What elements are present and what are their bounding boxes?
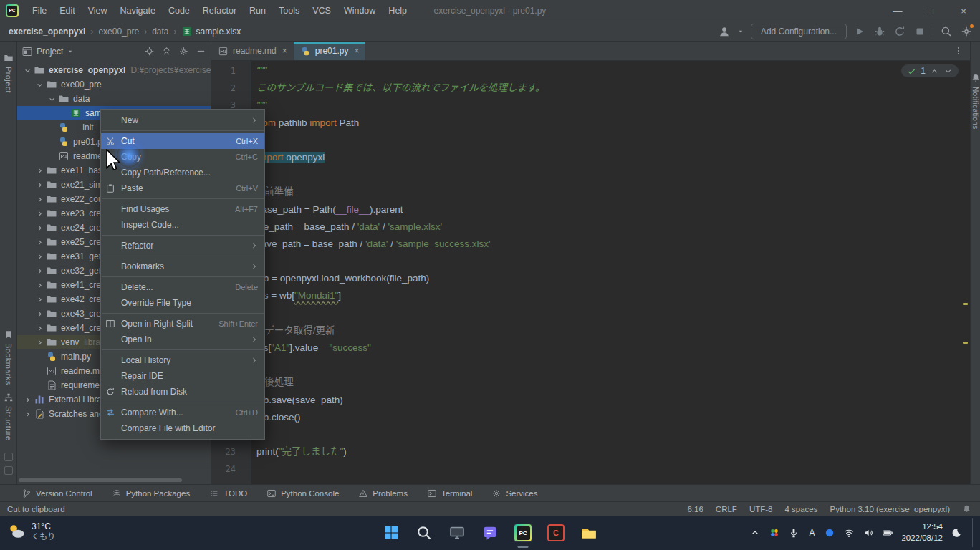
toolwindow-python-console[interactable]: Python Console [266,488,339,498]
menu-window[interactable]: Window [337,3,382,19]
toolwindow-button-project[interactable]: Project [4,53,14,93]
coverage-button[interactable] [893,25,906,38]
chevron-right-icon[interactable] [35,324,44,333]
menu-item-delete[interactable]: Delete...Delete [101,279,264,295]
volume-icon[interactable] [863,527,874,539]
search-button[interactable] [940,25,953,38]
menu-item-refactor[interactable]: Refactor [101,238,264,254]
chevron-down-icon[interactable] [23,66,32,75]
menu-view[interactable]: View [82,3,114,19]
indent-style[interactable]: 4 spaces [784,505,817,513]
close-tab-button[interactable]: × [354,46,359,56]
blue-app-icon[interactable] [824,527,835,539]
clock[interactable]: 12:542022/08/12 [901,521,943,544]
maximize-button[interactable]: □ [914,0,947,21]
chevron-right-icon[interactable] [35,295,44,304]
start-taskbar-button[interactable] [382,524,400,542]
menu-vcs[interactable]: VCS [306,3,337,19]
toolwindow-button-bookmarks[interactable]: Bookmarks [4,329,14,385]
menu-item-inspect-code[interactable]: Inspect Code... [101,217,264,233]
menu-run[interactable]: Run [243,3,272,19]
toolwindow-version-control[interactable]: Version Control [21,488,92,498]
menu-item-bookmarks[interactable]: Bookmarks [101,259,264,274]
settings-button[interactable] [178,46,189,57]
tree-item-exercise-openpyxl[interactable]: exercise_openpyxlD:¥projects¥exercise_op [17,63,211,77]
menu-file[interactable]: File [26,3,53,19]
file-encoding[interactable]: UTF-8 [749,505,773,513]
close-button[interactable]: × [947,0,980,21]
breadcrumb-exe00-pre[interactable]: exe00_pre [98,26,139,37]
toolwindow-todo[interactable]: TODO [209,488,247,498]
moon-icon[interactable] [951,527,962,539]
expand-icon[interactable] [749,527,761,539]
chevron-right-icon[interactable] [35,166,44,175]
menu-help[interactable]: Help [382,3,413,19]
horizontal-scrollbar[interactable] [19,478,182,482]
debug-button[interactable] [873,25,886,38]
add-configuration-button[interactable]: Add Configuration... [751,24,847,39]
editor-body[interactable]: 1"""2このサンプルコード集では、以下の流れでファイルを処理します。3"""4… [211,61,970,484]
chat-taskbar-button[interactable] [481,524,499,542]
close-tab-button[interactable]: × [282,46,287,56]
line-separator[interactable]: CRLF [716,505,737,513]
editor-options-kebab-icon[interactable] [953,42,970,60]
weather-widget[interactable]: 31°C くもり [7,521,55,542]
menu-item-paste[interactable]: PasteCtrl+V [101,180,264,196]
run-button[interactable] [853,25,866,38]
menu-item-open-in[interactable]: Open In [101,332,264,347]
breadcrumb-exercise-openpyxl[interactable]: exercise_openpyxl [9,26,85,37]
toolwindow-services[interactable]: Services [491,488,537,498]
chevron-right-icon[interactable] [35,195,44,204]
chevron-down-icon[interactable] [47,95,57,104]
menu-refactor[interactable]: Refactor [196,3,243,19]
chevron-down-icon[interactable] [67,48,74,55]
chevron-down-icon[interactable] [35,80,44,90]
error-stripe-mark[interactable] [963,342,968,344]
menu-item-new[interactable]: New [101,112,264,128]
microphone-icon[interactable] [788,527,799,539]
clion-taskbar-button[interactable]: C [547,524,565,542]
search-taskbar-button[interactable] [415,524,433,542]
chevron-down-icon[interactable] [943,67,953,76]
project-panel-title[interactable]: Project [37,47,63,57]
tab-readme-md[interactable]: readme.md× [211,42,294,60]
menu-item-compare-with[interactable]: Compare With...Ctrl+D [101,405,264,420]
toolwindow-python-packages[interactable]: Python Packages [112,488,191,498]
chevron-right-icon[interactable] [35,223,44,233]
settings-button[interactable] [960,25,973,38]
tool-stripe-icon[interactable] [4,453,13,461]
locate-button[interactable] [144,46,155,57]
show-desktop-button[interactable] [972,518,974,547]
wifi-icon[interactable] [843,527,855,539]
minimize-button[interactable]: — [881,0,914,21]
colorful-app-icon[interactable] [769,527,780,539]
toolwindow-terminal[interactable]: Terminal [427,488,472,498]
breadcrumb-sample-xlsx[interactable]: sample.xlsx [181,26,241,37]
chevron-right-icon[interactable] [35,180,44,190]
chevron-right-icon[interactable] [35,309,44,319]
chevron-right-icon[interactable] [23,395,32,405]
hide-button[interactable] [196,46,206,57]
tab-pre01-py[interactable]: pre01.py× [294,42,366,60]
collapse-button[interactable] [161,46,172,57]
menu-edit[interactable]: Edit [53,3,82,19]
pycharm-taskbar-button[interactable]: PC [514,524,532,542]
chevron-up-icon[interactable] [930,67,939,76]
toolwindow-button-notifications[interactable]: Notifications [971,73,980,130]
menu-item-local-history[interactable]: Local History [101,352,264,368]
chevron-right-icon[interactable] [35,266,44,276]
chevron-right-icon[interactable] [35,209,44,218]
user-icon[interactable] [718,25,731,38]
menu-item-reload-from-disk[interactable]: Reload from Disk [101,384,264,400]
inspection-widget[interactable]: 1 [901,64,959,77]
chevron-right-icon[interactable] [35,252,44,261]
error-stripe-mark[interactable] [963,303,968,305]
toolwindow-problems[interactable]: Problems [358,488,408,498]
menu-item-repair-ide[interactable]: Repair IDE [101,368,264,384]
breadcrumb-data[interactable]: data [152,26,168,37]
chevron-right-icon[interactable] [23,410,32,419]
tool-stripe-icon[interactable] [4,466,13,475]
menu-tools[interactable]: Tools [272,3,306,19]
chevron-right-icon[interactable] [35,281,44,290]
menu-code[interactable]: Code [162,3,196,19]
